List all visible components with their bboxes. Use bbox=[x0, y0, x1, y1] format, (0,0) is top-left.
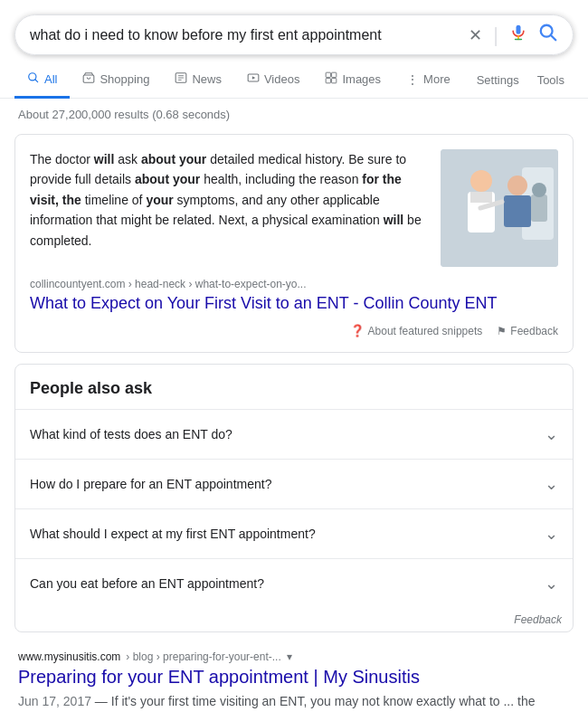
snippet-feedback-button[interactable]: ⚑ Feedback bbox=[497, 325, 558, 337]
search-bar-icons: ✕ | bbox=[469, 23, 558, 47]
tab-all[interactable]: All bbox=[14, 62, 70, 99]
snippet-domain: collincountyent.com bbox=[30, 278, 125, 290]
paa-item-2[interactable]: What should I expect at my first ENT app… bbox=[15, 508, 573, 558]
paa-footer: Feedback bbox=[15, 608, 573, 631]
paa-chevron-0: ⌄ bbox=[545, 424, 558, 444]
featured-snippet: The doctor will ask about your detailed … bbox=[14, 134, 574, 353]
snippet-path: › head-neck › what-to-expect-on-yo... bbox=[128, 278, 307, 290]
tab-shopping[interactable]: Shopping bbox=[70, 62, 162, 99]
all-icon bbox=[27, 71, 40, 87]
svg-point-27 bbox=[532, 183, 546, 197]
people-also-ask-section: People also ask What kind of tests does … bbox=[14, 364, 574, 632]
paa-item-1[interactable]: How do I prepare for an ENT appointment?… bbox=[15, 459, 573, 508]
svg-point-23 bbox=[507, 176, 527, 195]
svg-marker-13 bbox=[252, 76, 256, 80]
snippet-feedback-label: Feedback bbox=[510, 325, 558, 337]
second-result: www.mysinusitis.com › blog › preparing-f… bbox=[0, 643, 588, 712]
paa-feedback-button[interactable]: Feedback bbox=[514, 613, 562, 626]
tab-more[interactable]: ⋮ More bbox=[394, 63, 463, 99]
result-dropdown-icon[interactable]: ▾ bbox=[287, 650, 292, 663]
snippet-text: The doctor will ask about your detailed … bbox=[30, 149, 426, 267]
images-icon bbox=[325, 71, 337, 87]
snippet-image bbox=[441, 149, 558, 267]
tab-images[interactable]: Images bbox=[312, 62, 394, 99]
divider-line: | bbox=[493, 24, 498, 47]
result-path: › blog › preparing-for-your-ent-... bbox=[126, 650, 280, 663]
tab-videos-label: Videos bbox=[264, 72, 300, 86]
svg-line-4 bbox=[551, 35, 555, 40]
search-submit-icon[interactable] bbox=[538, 23, 558, 47]
svg-line-6 bbox=[35, 80, 38, 82]
paa-item-0[interactable]: What kind of tests does an ENT do? ⌄ bbox=[15, 409, 573, 459]
videos-icon bbox=[247, 71, 260, 87]
svg-rect-22 bbox=[470, 192, 492, 203]
result-domain: www.mysinusitis.com bbox=[18, 650, 120, 663]
svg-rect-0 bbox=[517, 25, 521, 34]
nav-tabs: All Shopping News bbox=[0, 55, 588, 99]
snippet-source: collincountyent.com › head-neck › what-t… bbox=[30, 278, 558, 290]
svg-rect-26 bbox=[531, 195, 547, 222]
mic-icon[interactable] bbox=[509, 24, 527, 46]
search-bar: ✕ | bbox=[14, 14, 574, 55]
tab-news-label: News bbox=[192, 72, 222, 86]
paa-item-3[interactable]: Can you eat before an ENT appointment? ⌄ bbox=[15, 558, 573, 608]
paa-question-1: How do I prepare for an ENT appointment? bbox=[30, 477, 271, 491]
result-date: Jun 17, 2017 bbox=[18, 694, 91, 708]
paa-question-0: What kind of tests does an ENT do? bbox=[30, 427, 232, 441]
svg-point-20 bbox=[470, 170, 492, 192]
search-input[interactable] bbox=[30, 27, 469, 43]
snippet-text-content: The doctor will ask about your detailed … bbox=[30, 152, 422, 248]
svg-rect-16 bbox=[327, 79, 331, 83]
search-bar-container: ✕ | bbox=[0, 0, 588, 55]
news-icon bbox=[175, 71, 187, 87]
nav-right: Settings Tools bbox=[468, 64, 574, 96]
result-title[interactable]: Preparing for your ENT appointment | My … bbox=[18, 665, 570, 688]
about-snippets-label: About featured snippets bbox=[368, 325, 483, 337]
svg-rect-24 bbox=[504, 195, 531, 227]
svg-rect-17 bbox=[332, 79, 337, 83]
result-description: Jun 17, 2017 — If it's your first time v… bbox=[18, 692, 570, 712]
close-icon[interactable]: ✕ bbox=[469, 25, 482, 45]
result-count: About 27,200,000 results (0.68 seconds) bbox=[0, 99, 588, 130]
shopping-icon bbox=[82, 71, 95, 87]
snippet-content: The doctor will ask about your detailed … bbox=[30, 149, 558, 267]
result-desc-text: — If it's your first time visiting an EN… bbox=[18, 694, 536, 712]
tab-news[interactable]: News bbox=[162, 62, 234, 99]
tab-shopping-label: Shopping bbox=[100, 72, 149, 86]
svg-rect-14 bbox=[327, 72, 331, 77]
paa-chevron-3: ⌄ bbox=[545, 574, 558, 593]
feedback-icon: ⚑ bbox=[497, 325, 507, 337]
tab-all-label: All bbox=[44, 72, 57, 86]
paa-chevron-2: ⌄ bbox=[545, 524, 558, 544]
tab-images-label: Images bbox=[342, 72, 381, 86]
paa-question-3: Can you eat before an ENT appointment? bbox=[30, 576, 264, 591]
paa-header: People also ask bbox=[15, 365, 573, 409]
question-icon: ❓ bbox=[350, 324, 365, 337]
tools-button[interactable]: Tools bbox=[528, 64, 574, 96]
paa-chevron-1: ⌄ bbox=[545, 474, 558, 494]
snippet-footer: ❓ About featured snippets ⚑ Feedback bbox=[30, 324, 558, 337]
tab-more-label: More bbox=[423, 72, 450, 86]
svg-rect-15 bbox=[332, 72, 337, 77]
tab-videos[interactable]: Videos bbox=[234, 62, 313, 99]
about-snippets-link[interactable]: ❓ About featured snippets bbox=[350, 324, 483, 337]
more-icon: ⋮ bbox=[406, 72, 419, 87]
settings-button[interactable]: Settings bbox=[468, 64, 528, 96]
result-source: www.mysinusitis.com › blog › preparing-f… bbox=[18, 650, 570, 663]
snippet-link[interactable]: What to Expect on Your First Visit to an… bbox=[30, 292, 558, 315]
paa-question-2: What should I expect at my first ENT app… bbox=[30, 527, 316, 541]
